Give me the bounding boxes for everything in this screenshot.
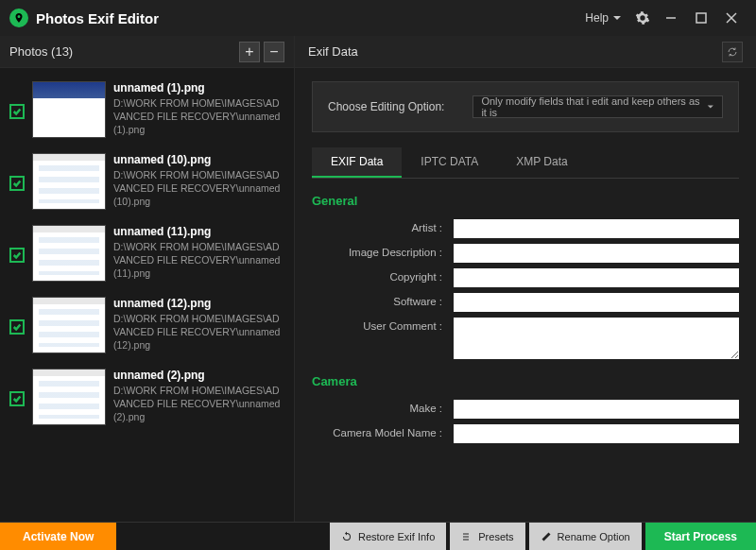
photo-text: unnamed (10).pngD:\WORK FROM HOME\IMAGES… xyxy=(113,153,284,209)
restore-exif-label: Restore Exif Info xyxy=(358,531,435,542)
close-button[interactable] xyxy=(716,3,747,33)
section-camera: Camera Make : Camera Model Name : xyxy=(312,374,739,443)
photo-name: unnamed (12).png xyxy=(113,297,284,310)
help-menu[interactable]: Help xyxy=(585,11,622,25)
photo-text: unnamed (11).pngD:\WORK FROM HOME\IMAGES… xyxy=(113,225,284,281)
section-camera-title: Camera xyxy=(312,374,739,388)
add-photo-button[interactable]: + xyxy=(239,42,260,62)
photos-count: Photos (13) xyxy=(9,44,73,59)
rename-label: Rename Option xyxy=(558,531,630,542)
exif-title: Exif Data xyxy=(308,44,358,59)
photo-text: unnamed (1).pngD:\WORK FROM HOME\IMAGES\… xyxy=(113,81,284,137)
editing-option-value: Only modify fields that i edit and keep … xyxy=(481,95,707,118)
tab-xmp-data[interactable]: XMP Data xyxy=(497,147,586,178)
rename-icon xyxy=(541,531,552,542)
gear-icon xyxy=(635,10,650,26)
titlebar: Photos Exif Editor Help xyxy=(0,0,756,36)
rename-option-button[interactable]: Rename Option xyxy=(529,523,642,550)
label-artist: Artist : xyxy=(312,219,454,233)
photo-name: unnamed (11).png xyxy=(113,225,284,238)
photo-checkbox[interactable] xyxy=(9,391,25,406)
exif-tabs: EXIF Data IPTC DATA XMP Data xyxy=(312,147,739,179)
presets-button[interactable]: Presets xyxy=(450,523,524,550)
restore-icon xyxy=(341,531,352,542)
footer: Activate Now Restore Exif Info Presets R… xyxy=(0,522,756,550)
photo-name: unnamed (2).png xyxy=(113,369,284,382)
photo-thumbnail[interactable] xyxy=(32,369,106,425)
minimize-button[interactable] xyxy=(656,3,686,33)
photo-item[interactable]: unnamed (12).pngD:\WORK FROM HOME\IMAGES… xyxy=(0,289,294,361)
photo-checkbox[interactable] xyxy=(9,319,25,335)
minimize-icon xyxy=(665,12,677,24)
photo-item[interactable]: unnamed (2).pngD:\WORK FROM HOME\IMAGES\… xyxy=(0,361,294,433)
photo-checkbox[interactable] xyxy=(9,176,25,191)
photo-path: D:\WORK FROM HOME\IMAGES\ADVANCED FILE R… xyxy=(113,384,284,424)
check-icon xyxy=(12,322,22,332)
start-process-button[interactable]: Start Process xyxy=(645,523,756,550)
close-icon xyxy=(726,12,737,24)
settings-button[interactable] xyxy=(629,5,656,31)
photo-checkbox[interactable] xyxy=(9,248,25,263)
input-image-description[interactable] xyxy=(454,244,739,263)
activate-button[interactable]: Activate Now xyxy=(0,523,116,550)
input-make[interactable] xyxy=(454,400,739,419)
photo-name: unnamed (10).png xyxy=(113,153,284,166)
photo-name: unnamed (1).png xyxy=(113,81,284,95)
check-icon xyxy=(12,394,22,404)
photo-path: D:\WORK FROM HOME\IMAGES\ADVANCED FILE R… xyxy=(113,168,284,209)
photo-text: unnamed (2).pngD:\WORK FROM HOME\IMAGES\… xyxy=(113,369,284,424)
help-label: Help xyxy=(585,11,609,25)
photo-item[interactable]: unnamed (1).pngD:\WORK FROM HOME\IMAGES\… xyxy=(0,74,294,146)
editing-option-label: Choose Editing Option: xyxy=(328,100,444,113)
photo-thumbnail[interactable] xyxy=(32,297,106,353)
app-title: Photos Exif Editor xyxy=(36,10,159,26)
editing-option-bar: Choose Editing Option: Only modify field… xyxy=(312,81,739,132)
label-image-description: Image Description : xyxy=(312,244,454,258)
label-camera-model: Camera Model Name : xyxy=(312,424,454,438)
section-general: General Artist : Image Description : Cop… xyxy=(312,194,739,359)
check-icon xyxy=(12,250,22,260)
photos-panel: Photos (13) + − unnamed (1).pngD:\WORK F… xyxy=(0,36,295,522)
label-make: Make : xyxy=(312,400,454,414)
chevron-down-icon xyxy=(707,103,714,111)
input-artist[interactable] xyxy=(454,219,739,238)
photo-text: unnamed (12).pngD:\WORK FROM HOME\IMAGES… xyxy=(113,297,284,352)
maximize-icon xyxy=(696,12,707,24)
app-logo xyxy=(9,9,28,27)
refresh-button[interactable] xyxy=(722,42,743,62)
label-software: Software : xyxy=(312,293,454,307)
input-software[interactable] xyxy=(454,293,739,312)
editing-option-select[interactable]: Only modify fields that i edit and keep … xyxy=(472,95,723,118)
photo-item[interactable]: unnamed (10).pngD:\WORK FROM HOME\IMAGES… xyxy=(0,146,294,217)
check-icon xyxy=(12,179,22,188)
svg-rect-1 xyxy=(696,13,706,23)
presets-label: Presets xyxy=(478,531,513,542)
photo-checkbox[interactable] xyxy=(9,104,25,119)
exif-header: Exif Data xyxy=(295,36,756,68)
maximize-button[interactable] xyxy=(686,3,716,33)
photos-list[interactable]: unnamed (1).pngD:\WORK FROM HOME\IMAGES\… xyxy=(0,68,294,522)
check-icon xyxy=(12,107,22,116)
photo-thumbnail[interactable] xyxy=(32,81,106,138)
input-camera-model[interactable] xyxy=(454,424,739,443)
tab-iptc-data[interactable]: IPTC DATA xyxy=(402,147,497,178)
remove-photo-button[interactable]: − xyxy=(264,42,284,62)
tab-exif-data[interactable]: EXIF Data xyxy=(312,147,402,178)
photo-path: D:\WORK FROM HOME\IMAGES\ADVANCED FILE R… xyxy=(113,240,284,281)
section-general-title: General xyxy=(312,194,739,208)
refresh-icon xyxy=(727,46,738,58)
exif-panel: Exif Data Choose Editing Option: Only mo… xyxy=(295,36,756,522)
label-user-comment: User Comment : xyxy=(312,318,454,332)
photo-path: D:\WORK FROM HOME\IMAGES\ADVANCED FILE R… xyxy=(113,312,284,352)
restore-exif-button[interactable]: Restore Exif Info xyxy=(330,523,446,550)
photo-thumbnail[interactable] xyxy=(32,225,106,282)
photos-header: Photos (13) + − xyxy=(0,36,294,68)
input-copyright[interactable] xyxy=(454,268,739,287)
photo-item[interactable]: unnamed (11).pngD:\WORK FROM HOME\IMAGES… xyxy=(0,217,294,289)
input-user-comment[interactable] xyxy=(454,318,739,359)
presets-icon xyxy=(461,531,472,542)
photo-path: D:\WORK FROM HOME\IMAGES\ADVANCED FILE R… xyxy=(113,96,284,137)
chevron-down-icon xyxy=(612,13,622,23)
photo-thumbnail[interactable] xyxy=(32,153,106,210)
label-copyright: Copyright : xyxy=(312,268,454,283)
